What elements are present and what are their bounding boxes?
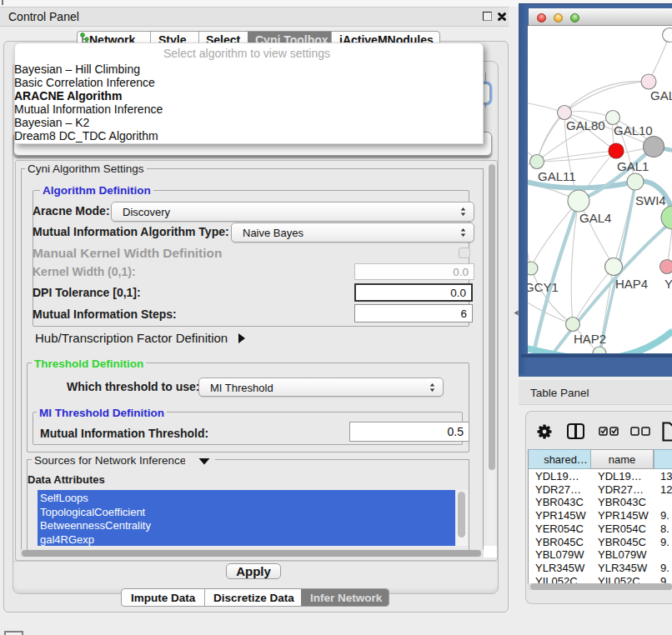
svg-text:GAL11: GAL11 [538, 169, 576, 183]
svg-text:GCY1: GCY1 [528, 280, 559, 294]
svg-text:GAL10: GAL10 [614, 123, 653, 138]
svg-text:HAP2: HAP2 [574, 332, 606, 346]
svg-text:HAP4: HAP4 [615, 277, 648, 291]
svg-text:YMR0: YMR0 [664, 277, 672, 291]
svg-text:GAL7: GAL7 [650, 88, 672, 102]
svg-text:GAL80: GAL80 [566, 118, 605, 132]
svg-text:GAL1: GAL1 [617, 159, 649, 173]
svg-text:GAL4: GAL4 [579, 211, 611, 225]
svg-text:SWI4: SWI4 [635, 193, 666, 208]
